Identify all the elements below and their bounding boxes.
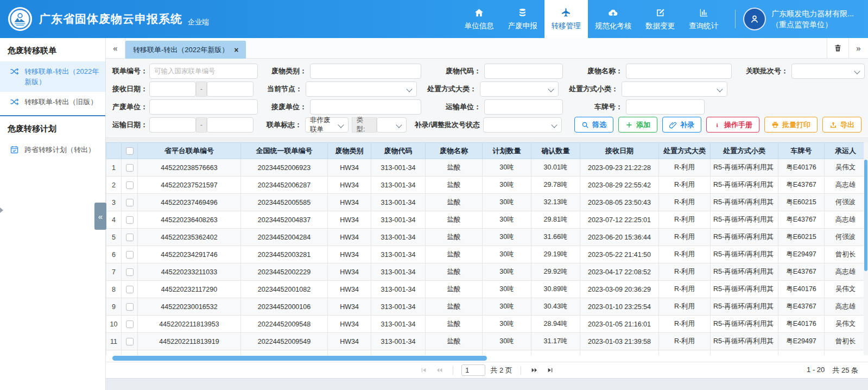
cell-plate-no: 粤E60215 <box>778 194 825 211</box>
nav-item[interactable]: 产废申报 <box>501 0 544 38</box>
transport-date-end-input[interactable] <box>207 117 254 133</box>
cell-received-date: 2023-01-03 21:39:58 <box>580 333 659 350</box>
export-icon <box>829 121 837 129</box>
header-divider <box>735 10 736 28</box>
bar-chart-icon <box>699 8 709 18</box>
column-header: 处置方式大类 <box>659 143 711 159</box>
edge-collapse-arrow-icon[interactable] <box>0 207 3 213</box>
tab-active[interactable]: 转移联单-转出（2022年新版） × <box>125 41 246 59</box>
manifest-flag-select[interactable]: 非作废联单 <box>305 117 348 133</box>
table-row: 6 445220234291746 20234452003281 HW34 31… <box>106 246 867 263</box>
producer-input[interactable] <box>149 99 258 115</box>
row-checkbox[interactable] <box>126 251 134 259</box>
shuffle-icon <box>10 67 19 76</box>
cell-national-manifest-no: 20234452006287 <box>241 177 328 194</box>
gdee-logo-icon <box>8 7 33 32</box>
row-checkbox[interactable] <box>126 338 134 345</box>
transport-date-label: 运输日期： <box>112 120 146 130</box>
row-checkbox[interactable] <box>126 199 134 206</box>
action-button[interactable]: 补录 <box>662 117 701 133</box>
cloud-upload-icon <box>608 8 618 18</box>
cell-disposal-minor: R5-再循环/再利用其 <box>711 333 778 350</box>
cell-national-manifest-no: 20234452000106 <box>241 298 328 316</box>
action-button-label: 补录 <box>680 120 694 130</box>
action-button[interactable]: i 操作手册 <box>706 117 759 133</box>
cell-waste-code: 313-001-34 <box>371 159 426 177</box>
plane-icon <box>561 8 571 18</box>
nav-item[interactable]: 转移管理 <box>544 0 588 38</box>
tabs-scroll-left-button[interactable]: « <box>106 38 125 58</box>
sidebar-item[interactable]: 跨省转移计划（转出） <box>0 140 105 160</box>
sidebar-collapse-button[interactable]: « <box>94 203 106 230</box>
cell-waste-name: 盐酸 <box>426 316 483 333</box>
nav-item[interactable]: 数据变更 <box>638 0 682 38</box>
cell-waste-code: 313-001-34 <box>371 316 426 333</box>
waste-name-input[interactable] <box>626 64 732 79</box>
column-header: 车牌号 <box>778 143 825 159</box>
nav-item[interactable]: 规范化考核 <box>588 0 639 38</box>
next-page-button[interactable] <box>529 365 540 376</box>
action-button-label: 添加 <box>636 120 650 130</box>
tab-close-icon[interactable]: × <box>234 46 238 54</box>
action-button-label: 筛选 <box>592 120 606 130</box>
row-checkbox[interactable] <box>126 181 134 189</box>
current-node-select[interactable] <box>306 81 417 97</box>
sidebar: 危废转移联单 转移联单-转出（2022年新版） 转移联单-转出（旧版） 危废转移… <box>0 38 106 390</box>
action-button[interactable]: 筛选 <box>574 117 613 133</box>
receive-date-start-input[interactable] <box>149 81 196 97</box>
vertical-scrollbar[interactable] <box>864 160 867 271</box>
cell-planned-qty: 30吨 <box>483 333 531 350</box>
action-button[interactable]: 添加 <box>618 117 657 133</box>
horizontal-scrollbar[interactable] <box>112 356 487 361</box>
row-checkbox[interactable] <box>126 164 134 172</box>
transport-date-start-input[interactable] <box>149 117 196 133</box>
row-checkbox[interactable] <box>126 234 134 241</box>
row-checkbox[interactable] <box>126 268 134 276</box>
cell-confirmed-qty: 31.66吨 <box>531 229 580 246</box>
table-row: 10 4452202211813953 20224452009548 HW34 … <box>106 316 867 333</box>
sidebar-item[interactable]: 转移联单-转出（2022年新版） <box>0 61 105 92</box>
header-index <box>106 143 122 159</box>
row-checkbox[interactable] <box>126 303 134 311</box>
waste-category-input[interactable] <box>310 64 421 79</box>
sidebar-item[interactable]: 转移联单-转出（旧版） <box>0 92 105 112</box>
row-checkbox[interactable] <box>126 286 134 293</box>
receive-date-end-input[interactable] <box>207 81 254 97</box>
cell-waste-code: 313-001-34 <box>371 229 426 246</box>
cell-confirmed-qty: 30.01吨 <box>531 159 580 177</box>
column-header: 省平台联单编号 <box>138 143 241 159</box>
search-icon <box>581 121 589 129</box>
nav-item[interactable]: 单位信息 <box>458 0 501 38</box>
sidebar-manifest-items: 转移联单-转出（2022年新版） 转移联单-转出（旧版） <box>0 61 105 112</box>
related-batch-select[interactable] <box>791 64 865 79</box>
transporter-input[interactable] <box>484 99 563 115</box>
receiver-input[interactable] <box>310 99 421 115</box>
disposal-minor-select[interactable] <box>622 81 727 97</box>
header-checkbox <box>122 143 138 159</box>
supplement-status-select[interactable] <box>483 117 562 133</box>
prev-page-button[interactable] <box>434 365 445 376</box>
trash-icon <box>834 44 842 52</box>
row-checkbox[interactable] <box>126 216 134 224</box>
last-page-button[interactable] <box>545 365 556 376</box>
table-row-partial <box>106 350 867 356</box>
footer-strip <box>106 378 868 390</box>
first-page-button[interactable] <box>418 365 429 376</box>
nav-item[interactable]: 查询统计 <box>682 0 725 38</box>
action-button[interactable]: 导出 <box>822 117 861 133</box>
action-button[interactable]: 批量打印 <box>764 117 818 133</box>
disposal-major-select[interactable] <box>480 81 559 97</box>
user-menu[interactable]: 广东顺发电力器材有限... （重点监管单位） <box>743 8 868 30</box>
tabs-scroll-right-button[interactable]: » <box>848 38 868 58</box>
plate-input[interactable] <box>626 99 705 115</box>
cell-received-date: 2023-06-20 15:36:44 <box>580 229 659 246</box>
type-select[interactable] <box>377 117 407 133</box>
tabs-trash-button[interactable] <box>827 38 848 58</box>
waste-code-input[interactable] <box>484 64 563 79</box>
select-all-checkbox[interactable] <box>126 147 134 155</box>
cell-checkbox <box>122 211 138 229</box>
page-number-input[interactable] <box>461 364 485 376</box>
manifest-no-input[interactable] <box>149 64 258 79</box>
sidebar-section-manifest: 危废转移联单 <box>0 38 105 61</box>
row-checkbox[interactable] <box>126 320 134 328</box>
